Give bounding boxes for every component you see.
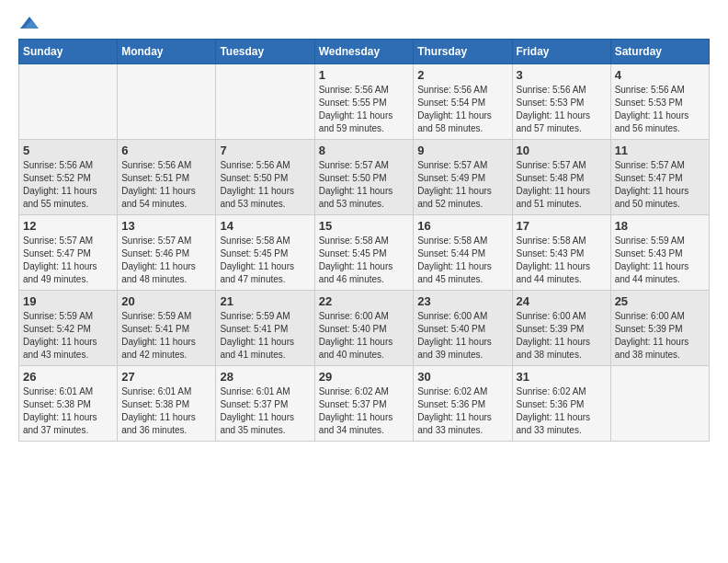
calendar-cell: 8 Sunrise: 5:57 AMSunset: 5:50 PMDayligh… bbox=[314, 140, 414, 215]
day-info: Sunrise: 6:01 AMSunset: 5:38 PMDaylight:… bbox=[23, 385, 113, 437]
calendar-cell: 22 Sunrise: 6:00 AMSunset: 5:40 PMDaylig… bbox=[314, 291, 414, 366]
calendar-cell: 4 Sunrise: 5:56 AMSunset: 5:53 PMDayligh… bbox=[610, 64, 709, 140]
day-info: Sunrise: 5:57 AMSunset: 5:46 PMDaylight:… bbox=[121, 235, 211, 286]
day-info: Sunrise: 6:01 AMSunset: 5:38 PMDaylight:… bbox=[121, 385, 211, 437]
calendar-cell: 24 Sunrise: 6:00 AMSunset: 5:39 PMDaylig… bbox=[512, 291, 610, 366]
day-info: Sunrise: 6:00 AMSunset: 5:40 PMDaylight:… bbox=[417, 310, 507, 362]
day-number: 24 bbox=[517, 294, 607, 308]
calendar-cell: 16 Sunrise: 5:58 AMSunset: 5:44 PMDaylig… bbox=[414, 215, 512, 291]
calendar-week-4: 19 Sunrise: 5:59 AMSunset: 5:42 PMDaylig… bbox=[19, 291, 710, 366]
day-info: Sunrise: 5:57 AMSunset: 5:50 PMDaylight:… bbox=[319, 159, 410, 211]
day-number: 9 bbox=[417, 144, 507, 157]
day-number: 7 bbox=[220, 144, 310, 157]
calendar-cell: 27 Sunrise: 6:01 AMSunset: 5:38 PMDaylig… bbox=[118, 366, 216, 442]
day-info: Sunrise: 5:59 AMSunset: 5:42 PMDaylight:… bbox=[23, 310, 113, 362]
calendar-cell: 5 Sunrise: 5:56 AMSunset: 5:52 PMDayligh… bbox=[19, 140, 118, 215]
day-info: Sunrise: 6:00 AMSunset: 5:39 PMDaylight:… bbox=[517, 310, 607, 362]
day-info: Sunrise: 5:59 AMSunset: 5:43 PMDaylight:… bbox=[615, 235, 705, 286]
day-info: Sunrise: 5:57 AMSunset: 5:49 PMDaylight:… bbox=[417, 159, 507, 211]
day-number: 29 bbox=[319, 370, 410, 384]
day-number: 28 bbox=[220, 370, 310, 384]
day-number: 25 bbox=[615, 294, 705, 308]
weekday-header-tuesday: Tuesday bbox=[216, 40, 314, 64]
calendar-week-1: 1 Sunrise: 5:56 AMSunset: 5:55 PMDayligh… bbox=[19, 64, 710, 140]
weekday-header-monday: Monday bbox=[118, 40, 216, 64]
day-info: Sunrise: 5:57 AMSunset: 5:48 PMDaylight:… bbox=[517, 159, 607, 211]
calendar-cell: 1 Sunrise: 5:56 AMSunset: 5:55 PMDayligh… bbox=[314, 64, 414, 140]
page-header bbox=[18, 18, 710, 29]
day-number: 8 bbox=[319, 144, 410, 157]
calendar-cell: 21 Sunrise: 5:59 AMSunset: 5:41 PMDaylig… bbox=[216, 291, 314, 366]
day-number: 2 bbox=[417, 68, 507, 82]
day-info: Sunrise: 5:56 AMSunset: 5:53 PMDaylight:… bbox=[517, 84, 607, 135]
day-number: 14 bbox=[220, 219, 310, 233]
day-number: 16 bbox=[417, 219, 507, 233]
calendar-cell bbox=[610, 366, 709, 442]
day-info: Sunrise: 5:57 AMSunset: 5:47 PMDaylight:… bbox=[23, 235, 113, 286]
day-number: 6 bbox=[121, 144, 211, 157]
calendar-cell: 12 Sunrise: 5:57 AMSunset: 5:47 PMDaylig… bbox=[19, 215, 118, 291]
calendar-cell: 7 Sunrise: 5:56 AMSunset: 5:50 PMDayligh… bbox=[216, 140, 314, 215]
calendar-cell: 23 Sunrise: 6:00 AMSunset: 5:40 PMDaylig… bbox=[414, 291, 512, 366]
day-number: 26 bbox=[23, 370, 113, 384]
weekday-header-wednesday: Wednesday bbox=[314, 40, 414, 64]
calendar-cell: 28 Sunrise: 6:01 AMSunset: 5:37 PMDaylig… bbox=[216, 366, 314, 442]
day-info: Sunrise: 5:58 AMSunset: 5:45 PMDaylight:… bbox=[220, 235, 310, 286]
day-number: 30 bbox=[417, 370, 507, 384]
calendar-cell: 29 Sunrise: 6:02 AMSunset: 5:37 PMDaylig… bbox=[314, 366, 414, 442]
day-number: 12 bbox=[23, 219, 113, 233]
day-number: 22 bbox=[319, 294, 410, 308]
day-number: 4 bbox=[615, 68, 705, 82]
day-info: Sunrise: 5:56 AMSunset: 5:52 PMDaylight:… bbox=[23, 159, 113, 211]
day-number: 18 bbox=[615, 219, 705, 233]
weekday-header-sunday: Sunday bbox=[19, 40, 118, 64]
calendar-cell: 10 Sunrise: 5:57 AMSunset: 5:48 PMDaylig… bbox=[512, 140, 610, 215]
calendar-cell: 9 Sunrise: 5:57 AMSunset: 5:49 PMDayligh… bbox=[414, 140, 512, 215]
day-number: 15 bbox=[319, 219, 410, 233]
day-info: Sunrise: 5:56 AMSunset: 5:54 PMDaylight:… bbox=[417, 84, 507, 135]
day-number: 5 bbox=[23, 144, 113, 157]
calendar-week-2: 5 Sunrise: 5:56 AMSunset: 5:52 PMDayligh… bbox=[19, 140, 710, 215]
day-number: 11 bbox=[615, 144, 705, 157]
day-info: Sunrise: 6:00 AMSunset: 5:40 PMDaylight:… bbox=[319, 310, 410, 362]
calendar-cell: 3 Sunrise: 5:56 AMSunset: 5:53 PMDayligh… bbox=[512, 64, 610, 140]
day-number: 21 bbox=[220, 294, 310, 308]
calendar-header: SundayMondayTuesdayWednesdayThursdayFrid… bbox=[19, 40, 710, 64]
weekday-header-friday: Friday bbox=[512, 40, 610, 64]
day-number: 17 bbox=[517, 219, 607, 233]
calendar-cell: 31 Sunrise: 6:02 AMSunset: 5:36 PMDaylig… bbox=[512, 366, 610, 442]
day-number: 27 bbox=[121, 370, 211, 384]
calendar-cell bbox=[19, 64, 118, 140]
day-info: Sunrise: 5:58 AMSunset: 5:43 PMDaylight:… bbox=[517, 235, 607, 286]
day-info: Sunrise: 5:58 AMSunset: 5:45 PMDaylight:… bbox=[319, 235, 410, 286]
day-number: 10 bbox=[517, 144, 607, 157]
calendar-cell: 25 Sunrise: 6:00 AMSunset: 5:39 PMDaylig… bbox=[610, 291, 709, 366]
logo bbox=[18, 18, 39, 29]
calendar-cell: 11 Sunrise: 5:57 AMSunset: 5:47 PMDaylig… bbox=[610, 140, 709, 215]
day-info: Sunrise: 6:02 AMSunset: 5:36 PMDaylight:… bbox=[517, 385, 607, 437]
calendar-cell: 19 Sunrise: 5:59 AMSunset: 5:42 PMDaylig… bbox=[19, 291, 118, 366]
calendar-cell bbox=[118, 64, 216, 140]
calendar-cell: 17 Sunrise: 5:58 AMSunset: 5:43 PMDaylig… bbox=[512, 215, 610, 291]
logo-icon bbox=[20, 15, 39, 33]
calendar-cell: 6 Sunrise: 5:56 AMSunset: 5:51 PMDayligh… bbox=[118, 140, 216, 215]
calendar-cell: 13 Sunrise: 5:57 AMSunset: 5:46 PMDaylig… bbox=[118, 215, 216, 291]
day-info: Sunrise: 5:59 AMSunset: 5:41 PMDaylight:… bbox=[121, 310, 211, 362]
day-info: Sunrise: 6:02 AMSunset: 5:37 PMDaylight:… bbox=[319, 385, 410, 437]
day-number: 20 bbox=[121, 294, 211, 308]
calendar-week-5: 26 Sunrise: 6:01 AMSunset: 5:38 PMDaylig… bbox=[19, 366, 710, 442]
calendar-cell: 15 Sunrise: 5:58 AMSunset: 5:45 PMDaylig… bbox=[314, 215, 414, 291]
day-info: Sunrise: 5:58 AMSunset: 5:44 PMDaylight:… bbox=[417, 235, 507, 286]
calendar-table: SundayMondayTuesdayWednesdayThursdayFrid… bbox=[18, 39, 710, 442]
calendar-cell: 14 Sunrise: 5:58 AMSunset: 5:45 PMDaylig… bbox=[216, 215, 314, 291]
day-info: Sunrise: 5:56 AMSunset: 5:50 PMDaylight:… bbox=[220, 159, 310, 211]
day-number: 19 bbox=[23, 294, 113, 308]
day-number: 3 bbox=[517, 68, 607, 82]
day-info: Sunrise: 5:57 AMSunset: 5:47 PMDaylight:… bbox=[615, 159, 705, 211]
calendar-cell: 26 Sunrise: 6:01 AMSunset: 5:38 PMDaylig… bbox=[19, 366, 118, 442]
day-info: Sunrise: 5:56 AMSunset: 5:55 PMDaylight:… bbox=[319, 84, 410, 135]
day-info: Sunrise: 5:59 AMSunset: 5:41 PMDaylight:… bbox=[220, 310, 310, 362]
calendar-cell: 30 Sunrise: 6:02 AMSunset: 5:36 PMDaylig… bbox=[414, 366, 512, 442]
day-number: 23 bbox=[417, 294, 507, 308]
calendar-cell: 20 Sunrise: 5:59 AMSunset: 5:41 PMDaylig… bbox=[118, 291, 216, 366]
